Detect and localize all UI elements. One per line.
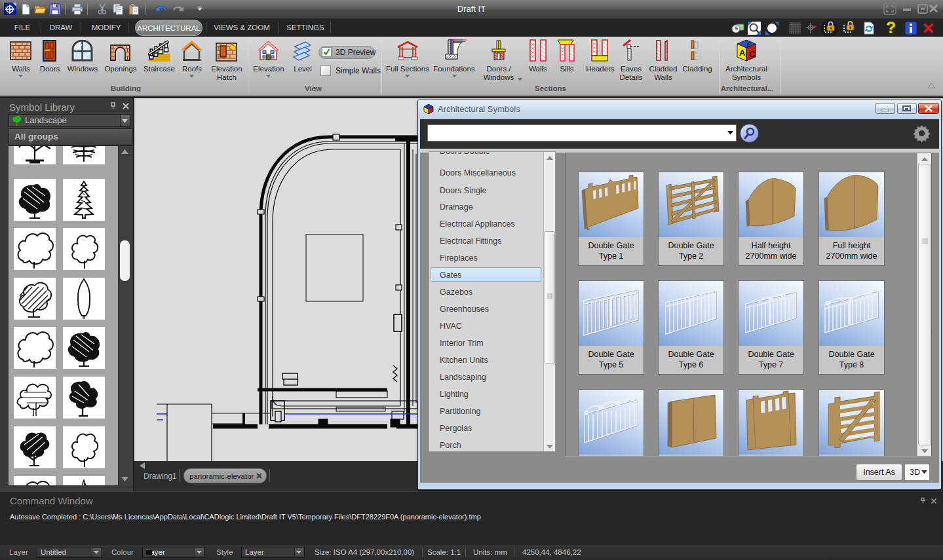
svg-text:A: A [739,48,746,58]
svg-text:C: C [749,49,756,59]
